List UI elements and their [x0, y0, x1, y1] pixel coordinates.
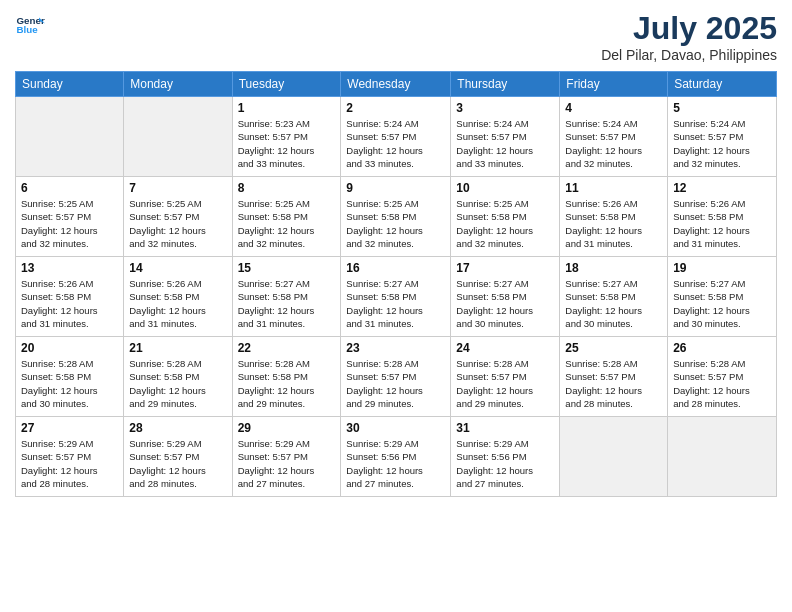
weekday-header-wednesday: Wednesday [341, 72, 451, 97]
calendar-cell: 29Sunrise: 5:29 AM Sunset: 5:57 PM Dayli… [232, 417, 341, 497]
calendar-cell [560, 417, 668, 497]
weekday-header-row: SundayMondayTuesdayWednesdayThursdayFrid… [16, 72, 777, 97]
day-number: 22 [238, 341, 336, 355]
day-number: 20 [21, 341, 118, 355]
day-info: Sunrise: 5:24 AM Sunset: 5:57 PM Dayligh… [565, 117, 662, 170]
day-info: Sunrise: 5:29 AM Sunset: 5:57 PM Dayligh… [21, 437, 118, 490]
calendar-cell: 7Sunrise: 5:25 AM Sunset: 5:57 PM Daylig… [124, 177, 232, 257]
day-info: Sunrise: 5:27 AM Sunset: 5:58 PM Dayligh… [673, 277, 771, 330]
day-number: 23 [346, 341, 445, 355]
calendar-cell: 6Sunrise: 5:25 AM Sunset: 5:57 PM Daylig… [16, 177, 124, 257]
day-info: Sunrise: 5:29 AM Sunset: 5:56 PM Dayligh… [456, 437, 554, 490]
calendar-cell: 24Sunrise: 5:28 AM Sunset: 5:57 PM Dayli… [451, 337, 560, 417]
day-info: Sunrise: 5:28 AM Sunset: 5:57 PM Dayligh… [673, 357, 771, 410]
day-info: Sunrise: 5:27 AM Sunset: 5:58 PM Dayligh… [565, 277, 662, 330]
day-number: 3 [456, 101, 554, 115]
day-info: Sunrise: 5:28 AM Sunset: 5:58 PM Dayligh… [129, 357, 226, 410]
day-info: Sunrise: 5:28 AM Sunset: 5:58 PM Dayligh… [21, 357, 118, 410]
calendar-cell: 18Sunrise: 5:27 AM Sunset: 5:58 PM Dayli… [560, 257, 668, 337]
weekday-header-thursday: Thursday [451, 72, 560, 97]
week-row-4: 27Sunrise: 5:29 AM Sunset: 5:57 PM Dayli… [16, 417, 777, 497]
day-info: Sunrise: 5:26 AM Sunset: 5:58 PM Dayligh… [21, 277, 118, 330]
calendar-cell: 31Sunrise: 5:29 AM Sunset: 5:56 PM Dayli… [451, 417, 560, 497]
day-number: 10 [456, 181, 554, 195]
day-number: 7 [129, 181, 226, 195]
weekday-header-friday: Friday [560, 72, 668, 97]
day-number: 24 [456, 341, 554, 355]
calendar-cell: 4Sunrise: 5:24 AM Sunset: 5:57 PM Daylig… [560, 97, 668, 177]
day-info: Sunrise: 5:29 AM Sunset: 5:57 PM Dayligh… [129, 437, 226, 490]
day-info: Sunrise: 5:25 AM Sunset: 5:58 PM Dayligh… [456, 197, 554, 250]
day-info: Sunrise: 5:24 AM Sunset: 5:57 PM Dayligh… [456, 117, 554, 170]
calendar-cell [124, 97, 232, 177]
day-number: 13 [21, 261, 118, 275]
day-number: 19 [673, 261, 771, 275]
day-info: Sunrise: 5:28 AM Sunset: 5:57 PM Dayligh… [565, 357, 662, 410]
calendar-cell: 22Sunrise: 5:28 AM Sunset: 5:58 PM Dayli… [232, 337, 341, 417]
calendar-cell: 8Sunrise: 5:25 AM Sunset: 5:58 PM Daylig… [232, 177, 341, 257]
page: General Blue July 2025 Del Pilar, Davao,… [0, 0, 792, 612]
day-info: Sunrise: 5:25 AM Sunset: 5:57 PM Dayligh… [129, 197, 226, 250]
day-number: 8 [238, 181, 336, 195]
svg-text:Blue: Blue [17, 24, 39, 35]
calendar-cell: 20Sunrise: 5:28 AM Sunset: 5:58 PM Dayli… [16, 337, 124, 417]
day-info: Sunrise: 5:28 AM Sunset: 5:58 PM Dayligh… [238, 357, 336, 410]
day-number: 6 [21, 181, 118, 195]
calendar-cell: 11Sunrise: 5:26 AM Sunset: 5:58 PM Dayli… [560, 177, 668, 257]
calendar-cell: 30Sunrise: 5:29 AM Sunset: 5:56 PM Dayli… [341, 417, 451, 497]
calendar-cell: 12Sunrise: 5:26 AM Sunset: 5:58 PM Dayli… [668, 177, 777, 257]
calendar-cell: 13Sunrise: 5:26 AM Sunset: 5:58 PM Dayli… [16, 257, 124, 337]
day-number: 21 [129, 341, 226, 355]
day-number: 12 [673, 181, 771, 195]
day-number: 30 [346, 421, 445, 435]
calendar-cell: 9Sunrise: 5:25 AM Sunset: 5:58 PM Daylig… [341, 177, 451, 257]
day-info: Sunrise: 5:28 AM Sunset: 5:57 PM Dayligh… [346, 357, 445, 410]
calendar-cell: 15Sunrise: 5:27 AM Sunset: 5:58 PM Dayli… [232, 257, 341, 337]
day-info: Sunrise: 5:25 AM Sunset: 5:57 PM Dayligh… [21, 197, 118, 250]
calendar-cell: 1Sunrise: 5:23 AM Sunset: 5:57 PM Daylig… [232, 97, 341, 177]
day-number: 16 [346, 261, 445, 275]
day-number: 2 [346, 101, 445, 115]
calendar-cell: 17Sunrise: 5:27 AM Sunset: 5:58 PM Dayli… [451, 257, 560, 337]
day-info: Sunrise: 5:26 AM Sunset: 5:58 PM Dayligh… [565, 197, 662, 250]
day-info: Sunrise: 5:27 AM Sunset: 5:58 PM Dayligh… [238, 277, 336, 330]
day-info: Sunrise: 5:27 AM Sunset: 5:58 PM Dayligh… [456, 277, 554, 330]
calendar-cell: 23Sunrise: 5:28 AM Sunset: 5:57 PM Dayli… [341, 337, 451, 417]
logo: General Blue [15, 10, 45, 40]
weekday-header-monday: Monday [124, 72, 232, 97]
day-number: 17 [456, 261, 554, 275]
calendar-cell [16, 97, 124, 177]
weekday-header-tuesday: Tuesday [232, 72, 341, 97]
day-info: Sunrise: 5:27 AM Sunset: 5:58 PM Dayligh… [346, 277, 445, 330]
day-number: 5 [673, 101, 771, 115]
day-number: 4 [565, 101, 662, 115]
day-info: Sunrise: 5:24 AM Sunset: 5:57 PM Dayligh… [673, 117, 771, 170]
day-number: 26 [673, 341, 771, 355]
day-info: Sunrise: 5:24 AM Sunset: 5:57 PM Dayligh… [346, 117, 445, 170]
day-number: 14 [129, 261, 226, 275]
calendar-cell: 27Sunrise: 5:29 AM Sunset: 5:57 PM Dayli… [16, 417, 124, 497]
calendar-table: SundayMondayTuesdayWednesdayThursdayFrid… [15, 71, 777, 497]
calendar-cell: 19Sunrise: 5:27 AM Sunset: 5:58 PM Dayli… [668, 257, 777, 337]
calendar-cell: 14Sunrise: 5:26 AM Sunset: 5:58 PM Dayli… [124, 257, 232, 337]
calendar-cell: 10Sunrise: 5:25 AM Sunset: 5:58 PM Dayli… [451, 177, 560, 257]
day-number: 25 [565, 341, 662, 355]
day-info: Sunrise: 5:26 AM Sunset: 5:58 PM Dayligh… [673, 197, 771, 250]
week-row-2: 13Sunrise: 5:26 AM Sunset: 5:58 PM Dayli… [16, 257, 777, 337]
week-row-3: 20Sunrise: 5:28 AM Sunset: 5:58 PM Dayli… [16, 337, 777, 417]
week-row-1: 6Sunrise: 5:25 AM Sunset: 5:57 PM Daylig… [16, 177, 777, 257]
day-number: 18 [565, 261, 662, 275]
week-row-0: 1Sunrise: 5:23 AM Sunset: 5:57 PM Daylig… [16, 97, 777, 177]
day-number: 15 [238, 261, 336, 275]
calendar-cell: 25Sunrise: 5:28 AM Sunset: 5:57 PM Dayli… [560, 337, 668, 417]
calendar-cell [668, 417, 777, 497]
calendar-cell: 21Sunrise: 5:28 AM Sunset: 5:58 PM Dayli… [124, 337, 232, 417]
month-title: July 2025 [601, 10, 777, 47]
day-number: 27 [21, 421, 118, 435]
calendar-cell: 16Sunrise: 5:27 AM Sunset: 5:58 PM Dayli… [341, 257, 451, 337]
day-info: Sunrise: 5:25 AM Sunset: 5:58 PM Dayligh… [346, 197, 445, 250]
day-number: 11 [565, 181, 662, 195]
calendar-cell: 26Sunrise: 5:28 AM Sunset: 5:57 PM Dayli… [668, 337, 777, 417]
day-number: 28 [129, 421, 226, 435]
day-number: 9 [346, 181, 445, 195]
